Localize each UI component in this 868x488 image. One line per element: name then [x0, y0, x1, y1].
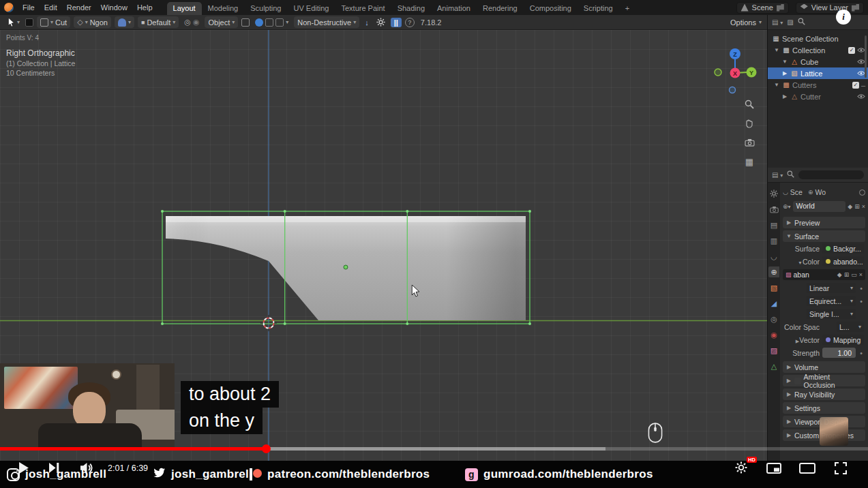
settings-gear-button[interactable]: [735, 461, 747, 474]
workspace-tab-add[interactable]: +: [619, 2, 635, 15]
outliner-item-lattice[interactable]: ▶ ▧ Lattice: [768, 67, 868, 79]
tab-world[interactable]: ⊕: [768, 266, 779, 277]
disclosure-icon[interactable]: ▼: [773, 47, 780, 53]
tab-render[interactable]: [768, 204, 779, 215]
apply-icon[interactable]: ↓: [363, 16, 371, 28]
pin-icon[interactable]: [859, 189, 865, 196]
new-copy-icon[interactable]: ⊞: [854, 203, 860, 210]
tab-object[interactable]: ▧: [768, 282, 779, 293]
box-select-icon[interactable]: [25, 18, 33, 27]
unlink-x-icon[interactable]: ×: [859, 271, 863, 278]
world-name-field[interactable]: World: [793, 201, 846, 212]
help-icon[interactable]: ?: [405, 18, 415, 27]
workspace-tab-animation[interactable]: Animation: [431, 2, 477, 15]
properties-editor-type-icon[interactable]: ▤ ▾: [772, 171, 783, 179]
panel-volume[interactable]: ▶Volume: [783, 361, 865, 373]
source-dropdown[interactable]: Single I...▾: [807, 309, 856, 319]
scene-selector[interactable]: Scene: [736, 2, 789, 14]
outliner-scrollbar[interactable]: [865, 35, 867, 78]
workspace-tab-shading[interactable]: Shading: [391, 2, 431, 15]
active-tool-icon[interactable]: ▾: [5, 16, 22, 28]
workspace-tab-texture-paint[interactable]: Texture Paint: [335, 2, 391, 15]
animate-dot[interactable]: •: [858, 284, 864, 292]
workspace-tab-sculpting[interactable]: Sculpting: [244, 2, 287, 15]
menu-render[interactable]: Render: [62, 2, 96, 13]
image-name[interactable]: aban: [794, 271, 835, 279]
properties-search-icon[interactable]: [787, 170, 794, 179]
menu-window[interactable]: Window: [96, 2, 132, 13]
cut-tool-dropdown[interactable]: ▾ Cut: [37, 16, 70, 28]
camera-view-icon[interactable]: [743, 136, 755, 149]
menu-help[interactable]: Help: [132, 2, 158, 13]
exclude-icon[interactable]: –: [861, 81, 865, 89]
zoom-icon[interactable]: [743, 98, 755, 110]
animate-dot[interactable]: •: [858, 297, 864, 305]
tab-tool[interactable]: [768, 188, 779, 199]
gizmo-minus-z-ball[interactable]: [730, 87, 736, 93]
workspace-tab-modeling[interactable]: Modeling: [202, 2, 245, 15]
video-progress-bar[interactable]: [0, 447, 868, 451]
grid-toggle-icon[interactable]: ▦: [743, 155, 755, 168]
properties-search-field[interactable]: [798, 170, 864, 179]
vector-input-button[interactable]: Mapping: [822, 335, 864, 345]
panel-ambient-occlusion[interactable]: ▶ Ambient Occlusion: [783, 375, 865, 386]
pan-hand-icon[interactable]: [743, 117, 755, 129]
disclosure-icon[interactable]: ▼: [781, 59, 788, 65]
play-button[interactable]: [19, 462, 29, 474]
interpolation-dropdown[interactable]: Linear▾: [807, 283, 856, 293]
panel-settings[interactable]: ▶Settings: [783, 402, 865, 414]
workspace-tab-scripting[interactable]: Scripting: [578, 2, 619, 15]
boxcutter-settings-icons[interactable]: ▾: [253, 16, 290, 28]
tab-physics[interactable]: ◎: [768, 314, 779, 324]
gizmo-minus-y-ball[interactable]: [715, 69, 721, 76]
options-dropdown[interactable]: Options ▾: [730, 18, 762, 27]
disclosure-icon[interactable]: ▶: [781, 70, 788, 76]
tab-modifiers[interactable]: ◢: [768, 298, 779, 309]
progress-scrubber[interactable]: [262, 444, 271, 453]
fullscreen-button[interactable]: [835, 462, 847, 474]
panel-ray-visibility[interactable]: ▶Ray Visibility: [783, 388, 865, 400]
ngon-tool-dropdown[interactable]: ◇ ▾ Ngon: [74, 16, 111, 28]
ao-checkbox[interactable]: [794, 378, 801, 384]
color-space-dropdown[interactable]: L...▾: [837, 322, 864, 332]
color-input-button[interactable]: abando...: [822, 256, 864, 266]
outliner-item-cutters[interactable]: ▼ ▩ Cutters ✓ –: [768, 79, 868, 91]
breadcrumb-scene[interactable]: ◡ Sce: [783, 188, 803, 196]
menu-edit[interactable]: Edit: [40, 2, 62, 13]
proportional-edit-icons[interactable]: ◎◉: [182, 16, 201, 28]
unlink-x-icon[interactable]: ×: [862, 203, 865, 210]
fake-user-shield-icon[interactable]: ◆: [837, 271, 842, 278]
volume-button[interactable]: [80, 462, 93, 474]
breadcrumb-world[interactable]: ⊕ Wo: [808, 188, 826, 196]
tab-scene[interactable]: ◡: [768, 251, 779, 262]
outliner-item-scene-collection[interactable]: ▦ Scene Collection: [768, 33, 868, 44]
collection-checkbox[interactable]: ✓: [852, 82, 859, 89]
outliner-item-cutter[interactable]: ▶ △ Cutter: [768, 91, 868, 102]
snap-target-dropdown[interactable]: ■ Default ▾: [138, 16, 179, 28]
outliner-search-icon[interactable]: [798, 18, 805, 27]
fake-user-shield-icon[interactable]: ◆: [848, 203, 852, 210]
object-mode-dropdown[interactable]: Object ▾: [205, 16, 238, 28]
outliner-editor-type-icon[interactable]: ▤ ▾: [772, 18, 783, 26]
snap-toggle[interactable]: ▾: [115, 16, 134, 28]
channel-watermark[interactable]: [820, 417, 848, 446]
open-folder-icon[interactable]: ▭: [851, 271, 857, 278]
projection-dropdown[interactable]: Equirect...▾: [807, 296, 856, 306]
pause-toggle[interactable]: ||: [391, 18, 402, 27]
view-layer-selector[interactable]: View Layer: [796, 2, 864, 14]
panel-surface[interactable]: ▼Surface: [783, 230, 865, 242]
strength-slider[interactable]: 1.00: [822, 348, 856, 358]
menu-file[interactable]: File: [18, 2, 40, 13]
workspace-tab-rendering[interactable]: Rendering: [477, 2, 524, 15]
collection-checkbox[interactable]: ✓: [848, 47, 855, 54]
outliner-item-cube[interactable]: ▼ △ Cube: [768, 56, 868, 67]
blender-logo-icon[interactable]: [4, 3, 14, 12]
workspace-tab-compositing[interactable]: Compositing: [524, 2, 578, 15]
disclosure-icon[interactable]: ▶: [781, 93, 788, 100]
world-browse-icon[interactable]: ⊕▾: [783, 203, 791, 210]
new-scene-icon[interactable]: [777, 4, 784, 12]
tab-material[interactable]: ◉: [768, 329, 779, 340]
theater-button[interactable]: [799, 463, 815, 474]
new-copy-icon[interactable]: ⊞: [844, 271, 850, 278]
next-button[interactable]: [49, 463, 59, 473]
